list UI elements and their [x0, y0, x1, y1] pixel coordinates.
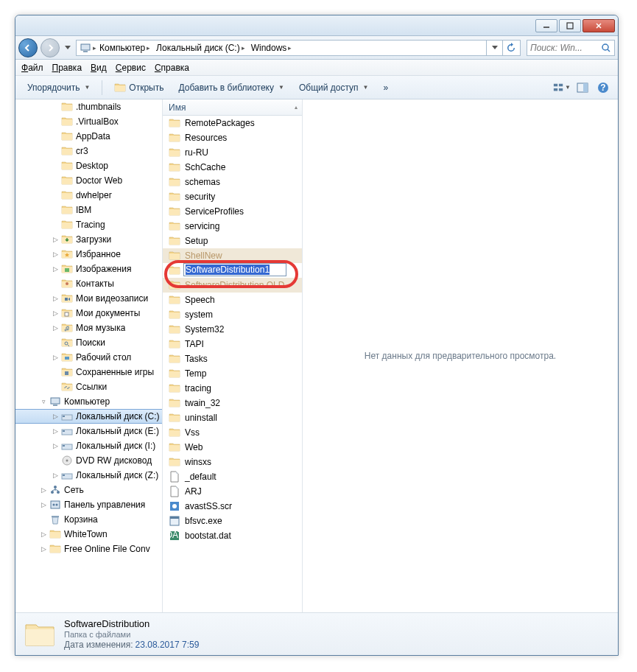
file-row[interactable]: SchCache [163, 160, 302, 175]
file-row[interactable]: Resources [163, 130, 302, 145]
tree-item[interactable]: dwhelper [15, 188, 162, 203]
menu-tools[interactable]: Сервис [116, 63, 146, 73]
open-button[interactable]: Открыть [108, 79, 169, 97]
expander-icon[interactable] [51, 102, 60, 111]
expander-icon[interactable] [51, 220, 60, 229]
expander-icon[interactable]: ▷ [51, 250, 60, 259]
help-button[interactable]: ? [594, 79, 612, 97]
tree-item[interactable]: ▷Моя музыка [15, 321, 162, 335]
back-button[interactable] [18, 38, 38, 57]
expander-icon[interactable] [51, 382, 60, 391]
breadcrumb-dropdown[interactable] [486, 40, 502, 56]
refresh-button[interactable] [502, 40, 518, 56]
file-row[interactable]: SoftwareDistribution.OLD [163, 278, 302, 293]
tree-item[interactable]: Корзина [15, 512, 162, 527]
file-row[interactable]: servicing [163, 219, 302, 234]
file-row[interactable]: RemotePackages [163, 116, 302, 130]
file-rows[interactable]: RemotePackagesResourcesru-RUSchCachesche… [163, 116, 302, 612]
file-row[interactable]: bfsvc.exe [163, 514, 302, 528]
tree-item[interactable]: ▷Локальный диск (E:) [15, 424, 162, 438]
tree-item[interactable]: ▷Изображения [15, 262, 162, 276]
forward-button[interactable] [41, 38, 60, 57]
file-row[interactable]: Temp [163, 366, 302, 381]
expander-icon[interactable] [51, 368, 60, 377]
expander-icon[interactable]: ▷ [51, 309, 60, 318]
tree-item[interactable]: cr3 [15, 144, 162, 158]
menu-view[interactable]: Вид [91, 63, 107, 73]
tree-item[interactable]: AppData [15, 129, 162, 144]
expander-icon[interactable]: ▷ [39, 530, 48, 539]
expander-icon[interactable] [51, 279, 60, 288]
file-row[interactable]: system [163, 307, 302, 322]
search-input[interactable] [530, 43, 601, 53]
tree-item[interactable]: Сохраненные игры [15, 365, 162, 379]
menu-edit[interactable]: Правка [52, 63, 82, 73]
tree-item[interactable]: ▷Локальный диск (C:) [15, 409, 162, 424]
close-button[interactable] [583, 19, 615, 32]
expander-icon[interactable]: ▷ [51, 441, 60, 450]
expander-icon[interactable] [51, 147, 60, 155]
file-row[interactable]: ShellNew [163, 248, 302, 263]
breadcrumb-segment[interactable]: Компьютер ▸ [96, 43, 153, 53]
tree-item[interactable]: Tracing [15, 217, 162, 232]
breadcrumb-segment[interactable]: Windows ▸ [248, 43, 295, 53]
expander-icon[interactable] [51, 176, 60, 185]
tree-item[interactable]: ▷Панель управления [15, 497, 162, 512]
tree-item[interactable]: .VirtualBox [15, 114, 162, 129]
expander-icon[interactable]: ▷ [39, 500, 48, 509]
file-row[interactable]: Web [163, 440, 302, 455]
share-button[interactable]: Общий доступ▼ [293, 80, 375, 96]
file-row[interactable]: Speech [163, 293, 302, 307]
expander-icon[interactable] [51, 161, 60, 170]
expander-icon[interactable]: ▷ [51, 471, 60, 480]
file-row[interactable]: schemas [163, 175, 302, 189]
expander-icon[interactable] [51, 191, 60, 200]
preview-pane-button[interactable] [574, 79, 591, 97]
organize-button[interactable]: Упорядочить▼ [21, 80, 96, 96]
rename-input[interactable] [183, 263, 286, 276]
search-box[interactable] [527, 40, 615, 56]
expander-icon[interactable]: ▿ [39, 397, 48, 406]
tree-item[interactable]: ▷Рабочий стол [15, 350, 162, 365]
tree-item[interactable]: ▷Мои документы [15, 306, 162, 321]
file-row[interactable]: winsxs [163, 455, 302, 469]
file-row[interactable]: ARJ [163, 484, 302, 499]
nav-history-dropdown[interactable] [63, 41, 73, 55]
breadcrumb-segment[interactable]: Локальный диск (C:) ▸ [153, 43, 248, 53]
menu-help[interactable]: Справка [155, 63, 189, 73]
file-row[interactable]: uninstall [163, 410, 302, 425]
tree-item[interactable]: Поиски [15, 335, 162, 350]
file-row[interactable]: System32 [163, 322, 302, 337]
expander-icon[interactable]: ▷ [39, 545, 48, 553]
expander-icon[interactable] [51, 456, 60, 465]
expander-icon[interactable]: ▷ [51, 412, 60, 421]
tree-item[interactable]: ▷Локальный диск (Z:) [15, 468, 162, 483]
tree-item[interactable]: Desktop [15, 158, 162, 173]
tree-item[interactable]: Ссылки [15, 379, 162, 394]
expander-icon[interactable] [51, 117, 60, 126]
expander-icon[interactable]: ▷ [51, 294, 60, 303]
file-row[interactable]: Setup [163, 234, 302, 248]
column-header-name[interactable]: Имя▴ [163, 99, 302, 116]
expander-icon[interactable]: ▷ [51, 427, 60, 435]
add-to-library-button[interactable]: Добавить в библиотеку▼ [172, 80, 289, 96]
tree-item[interactable]: .thumbnails [15, 99, 162, 114]
minimize-button[interactable] [535, 19, 557, 32]
file-row[interactable]: ServiceProfiles [163, 204, 302, 219]
expander-icon[interactable] [51, 206, 60, 214]
tree-item[interactable]: Doctor Web [15, 173, 162, 188]
file-row[interactable]: avastSS.scr [163, 499, 302, 514]
tree-item[interactable]: ▷Мои видеозаписи [15, 291, 162, 306]
tree-item[interactable]: ▷Избранное [15, 247, 162, 262]
tree-item[interactable]: DVD RW дисковод [15, 453, 162, 468]
expander-icon[interactable] [51, 132, 60, 141]
breadcrumb[interactable]: ▸ Компьютер ▸ Локальный диск (C:) ▸ Wind… [76, 40, 521, 56]
tree-item[interactable]: ▷Загрузки [15, 232, 162, 247]
tree-item[interactable]: ▷Сеть [15, 483, 162, 497]
tree-item[interactable]: ▿Компьютер [15, 394, 162, 409]
tree-item[interactable]: ▷Free Online File Conv [15, 542, 162, 556]
tree-item[interactable]: IBM [15, 203, 162, 217]
file-row[interactable]: Tasks [163, 351, 302, 366]
expander-icon[interactable]: ▷ [51, 235, 60, 244]
tree-item[interactable]: ▷WhiteTown [15, 527, 162, 542]
